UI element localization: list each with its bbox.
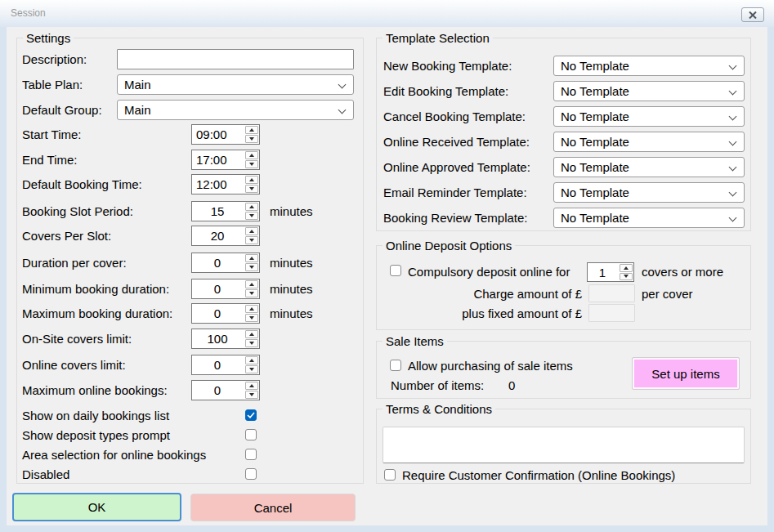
compulsory-deposit-checkbox[interactable] <box>390 265 401 276</box>
booking-slot-period-label: Booking Slot Period: <box>22 204 133 219</box>
spin-up-icon[interactable] <box>245 203 258 211</box>
default-booking-time-value: 12:00 <box>192 175 244 194</box>
booking-slot-period-suffix: minutes <box>270 204 313 219</box>
maximum-booking-duration-label: Maximum booking duration: <box>22 306 172 321</box>
booking-review-template-value: No Template <box>561 211 629 225</box>
spin-down-icon[interactable] <box>245 314 258 322</box>
session-dialog: Session Settings Description: Table Plan… <box>0 0 774 532</box>
compulsory-deposit-label: Compulsory deposit online for <box>408 265 570 279</box>
spin-down-icon[interactable] <box>620 273 633 281</box>
spin-down-icon[interactable] <box>245 365 258 373</box>
onsite-covers-limit-value: 100 <box>192 329 244 348</box>
start-time-stepper[interactable]: 09:00 <box>191 124 260 145</box>
online-covers-limit-value: 0 <box>192 355 244 374</box>
number-of-items-value: 0 <box>508 378 515 393</box>
cancel-booking-template-label: Cancel Booking Template: <box>383 110 526 124</box>
edit-booking-template-value: No Template <box>561 84 629 98</box>
spin-up-icon[interactable] <box>245 254 258 262</box>
online-received-template-value: No Template <box>561 135 629 149</box>
ok-button[interactable]: OK <box>12 493 181 521</box>
charge-amount-input <box>588 284 635 302</box>
spin-down-icon[interactable] <box>245 263 258 271</box>
online-received-template-dropdown[interactable]: No Template <box>553 132 745 152</box>
maximum-booking-duration-stepper[interactable]: 0 <box>191 303 260 324</box>
booking-slot-period-stepper[interactable]: 15 <box>191 201 260 221</box>
new-booking-template-label: New Booking Template: <box>383 59 512 74</box>
duration-per-cover-suffix: minutes <box>270 256 313 270</box>
spin-up-icon[interactable] <box>245 126 258 134</box>
online-approved-template-dropdown[interactable]: No Template <box>553 157 745 177</box>
table-plan-label: Table Plan: <box>22 78 83 92</box>
require-confirmation-checkbox[interactable] <box>384 469 396 481</box>
spin-up-icon[interactable] <box>245 151 258 159</box>
default-booking-time-label: Default Booking Time: <box>22 177 142 192</box>
end-time-stepper[interactable]: 17:00 <box>191 150 260 170</box>
spin-up-icon[interactable] <box>620 264 633 272</box>
chevron-down-icon <box>729 163 737 172</box>
booking-review-template-dropdown[interactable]: No Template <box>553 208 745 228</box>
duration-per-cover-stepper[interactable]: 0 <box>191 253 260 273</box>
show-daily-bookings-label: Show on daily bookings list <box>22 409 169 423</box>
spin-up-icon[interactable] <box>245 280 258 288</box>
allow-sale-items-checkbox[interactable] <box>390 360 401 371</box>
onsite-covers-limit-stepper[interactable]: 100 <box>191 329 260 349</box>
online-received-template-label: Online Received Template: <box>383 135 530 150</box>
show-deposit-prompt-checkbox[interactable] <box>245 429 257 440</box>
description-input[interactable] <box>117 49 354 69</box>
end-time-label: End Time: <box>22 153 78 168</box>
spin-up-icon[interactable] <box>245 176 258 184</box>
terms-conditions-group-label: Terms & Conditions <box>383 402 495 417</box>
table-plan-dropdown[interactable]: Main <box>117 74 354 95</box>
spin-up-icon[interactable] <box>245 330 258 338</box>
cancel-button[interactable]: Cancel <box>190 494 356 521</box>
chevron-down-icon <box>729 189 737 197</box>
disabled-checkbox[interactable] <box>245 468 257 480</box>
covers-per-slot-label: Covers Per Slot: <box>22 229 111 244</box>
set-up-items-button[interactable]: Set up items <box>632 357 740 390</box>
spin-down-icon[interactable] <box>245 212 258 220</box>
area-selection-checkbox[interactable] <box>245 449 257 460</box>
number-of-items-label: Number of items: <box>391 378 484 393</box>
covers-per-slot-stepper[interactable]: 20 <box>191 226 260 246</box>
minimum-booking-duration-stepper[interactable]: 0 <box>191 279 260 299</box>
close-button[interactable] <box>741 7 764 22</box>
per-cover-label: per cover <box>642 287 693 302</box>
show-daily-bookings-checkbox[interactable] <box>245 409 257 421</box>
terms-text-input[interactable] <box>383 427 745 463</box>
check-icon <box>247 412 255 418</box>
default-booking-time-stepper[interactable]: 12:00 <box>191 174 260 194</box>
default-group-dropdown[interactable]: Main <box>117 100 354 120</box>
new-booking-template-value: No Template <box>561 59 629 73</box>
edit-booking-template-dropdown[interactable]: No Template <box>553 81 745 101</box>
spin-down-icon[interactable] <box>245 339 258 347</box>
disabled-label: Disabled <box>22 467 69 482</box>
email-reminder-template-value: No Template <box>561 186 629 199</box>
spin-down-icon[interactable] <box>245 135 258 143</box>
spin-down-icon[interactable] <box>245 160 258 168</box>
email-reminder-template-dropdown[interactable]: No Template <box>553 182 745 203</box>
spin-down-icon[interactable] <box>245 236 258 244</box>
spin-up-icon[interactable] <box>245 382 258 390</box>
fixed-amount-label: plus fixed amount of £ <box>399 306 582 321</box>
default-group-label: Default Group: <box>22 103 102 118</box>
end-time-value: 17:00 <box>192 150 244 169</box>
spin-up-icon[interactable] <box>245 227 258 235</box>
spin-up-icon[interactable] <box>245 305 258 313</box>
duration-per-cover-value: 0 <box>192 253 244 272</box>
new-booking-template-dropdown[interactable]: No Template <box>553 56 745 76</box>
onsite-covers-limit-label: On-Site covers limit: <box>22 332 132 346</box>
spin-down-icon[interactable] <box>245 391 258 399</box>
minimum-booking-duration-value: 0 <box>192 279 244 298</box>
online-deposit-options-group-label: Online Deposit Options <box>383 239 515 253</box>
spin-down-icon[interactable] <box>245 185 258 193</box>
deposit-covers-stepper[interactable]: 1 <box>587 262 634 282</box>
charge-amount-label: Charge amount of £ <box>399 287 582 302</box>
chevron-down-icon <box>729 113 737 121</box>
cancel-booking-template-dropdown[interactable]: No Template <box>553 106 745 127</box>
online-covers-limit-stepper[interactable]: 0 <box>191 355 260 375</box>
spin-up-icon[interactable] <box>245 356 258 364</box>
spin-down-icon[interactable] <box>245 289 258 297</box>
sale-items-group-label: Sale Items <box>383 334 447 349</box>
maximum-online-bookings-stepper[interactable]: 0 <box>191 380 260 400</box>
description-label: Description: <box>22 52 87 67</box>
